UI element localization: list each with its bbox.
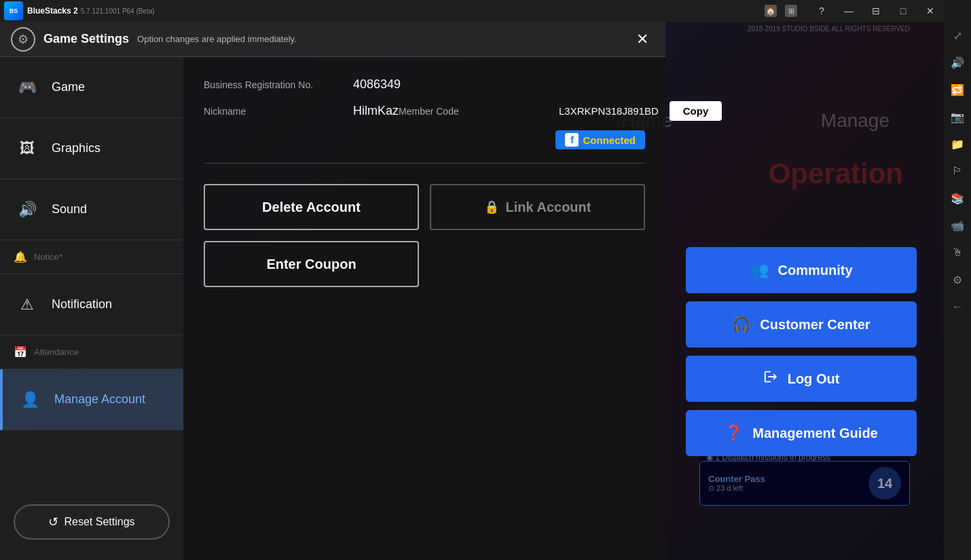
notification-icon: ⚠ xyxy=(14,291,41,318)
nav-label-graphics: Graphics xyxy=(52,141,100,155)
sidebar-rotate-icon[interactable]: 🔁 xyxy=(945,77,970,102)
app-logo: BS xyxy=(4,1,23,20)
sidebar-back-icon[interactable]: ← xyxy=(945,295,970,319)
nickname-value: HilmKaz xyxy=(353,104,399,118)
nav-label-sound: Sound xyxy=(52,202,87,217)
sidebar-stack-icon[interactable]: 📚 xyxy=(945,186,970,210)
titlebar-minimize2-icon[interactable]: ⊟ xyxy=(862,0,890,22)
sidebar-expand-icon[interactable]: ⤢ xyxy=(945,23,970,48)
enter-coupon-label: Enter Coupon xyxy=(266,257,356,272)
settings-subtitle: Option changes are applied immediately. xyxy=(137,34,297,44)
headset-icon: 🎧 xyxy=(732,316,750,333)
account-info-section: Business Registration No. 4086349 Nickna… xyxy=(204,77,645,164)
delete-account-label: Delete Account xyxy=(262,200,361,215)
nav-item-notification[interactable]: ⚠ Notification xyxy=(0,274,183,335)
nav-item-graphics[interactable]: 🖼 Graphics xyxy=(0,118,183,179)
nickname-label: Nickname xyxy=(204,106,353,117)
left-navigation: 🎮 Game 🖼 Graphics 🔊 Sound 🔔 Notice* ⚠ No… xyxy=(0,57,183,560)
sidebar-gear-icon[interactable]: ⚙ xyxy=(945,267,970,292)
enter-coupon-button[interactable]: Enter Coupon xyxy=(204,241,419,287)
nav-attendance-row: 📅 Attendance xyxy=(0,335,183,369)
link-account-label: Link Account xyxy=(506,200,591,215)
link-account-button[interactable]: 🔒 Link Account xyxy=(430,184,645,230)
community-button[interactable]: 👥 Community xyxy=(686,247,917,293)
sound-icon: 🔊 xyxy=(14,196,41,223)
settings-title: Game Settings xyxy=(43,32,129,46)
titlebar-help-icon[interactable]: ? xyxy=(808,0,835,22)
nav-label-game: Game xyxy=(52,80,85,94)
community-label: Community xyxy=(778,263,853,278)
nav-notice-label: Notice* xyxy=(34,252,62,262)
sidebar-folder-icon[interactable]: 📁 xyxy=(945,132,970,156)
game-icon: 🎮 xyxy=(14,74,41,101)
nav-label-notification: Notification xyxy=(52,297,112,312)
log-out-button[interactable]: Log Out xyxy=(686,356,917,402)
nav-item-sound[interactable]: 🔊 Sound xyxy=(0,179,183,240)
nav-label-manage-account: Manage Account xyxy=(54,392,145,407)
titlebar-minimize-icon[interactable]: — xyxy=(835,0,862,22)
member-code-value: L3XRKPN318J891BD xyxy=(559,105,659,117)
nav-item-manage-account[interactable]: 👤 Manage Account xyxy=(0,369,183,430)
community-icon: 👥 xyxy=(750,261,769,279)
reset-label: Reset Settings xyxy=(64,516,134,528)
member-code-section: Member Code L3XRKPN318J891BD Copy xyxy=(399,101,722,121)
sidebar-sound-icon[interactable]: 🔊 xyxy=(945,50,970,75)
bluestacks-right-sidebar: ⤢ 🔊 🔁 📷 📁 🏳 📚 📹 🖱 ⚙ ← xyxy=(944,0,971,560)
sidebar-camera-icon[interactable]: 📹 xyxy=(945,213,970,238)
management-guide-button[interactable]: ❓ Management Guide xyxy=(686,410,917,456)
titlebar-close-icon[interactable]: ✕ xyxy=(917,0,944,22)
facebook-icon: f xyxy=(565,133,579,147)
nav-notice-row: 🔔 Notice* xyxy=(0,240,183,274)
sidebar-screenshot-icon[interactable]: 📷 xyxy=(945,105,970,129)
graphics-icon: 🖼 xyxy=(14,135,41,162)
attendance-icon: 📅 xyxy=(14,346,27,358)
reset-icon: ↺ xyxy=(48,515,58,529)
nav-attendance-label: Attendance xyxy=(34,347,79,357)
customer-center-label: Customer Center xyxy=(760,317,870,333)
sidebar-flag-icon[interactable]: 🏳 xyxy=(945,159,970,183)
lock-icon: 🔒 xyxy=(484,200,499,214)
app-name: BlueStacks 2 xyxy=(27,6,78,16)
titlebar: BS BlueStacks 2 5.7.121.1001 P64 (Beta) … xyxy=(0,0,944,22)
facebook-status: Connected xyxy=(583,134,636,146)
customer-center-button[interactable]: 🎧 Customer Center xyxy=(686,301,917,348)
business-reg-label: Business Registration No. xyxy=(204,79,353,90)
right-action-panel: 👥 Community 🎧 Customer Center Log Out ❓ … xyxy=(686,57,917,456)
sidebar-cursor-icon[interactable]: 🖱 xyxy=(945,240,970,265)
reset-settings-button[interactable]: ↺ Reset Settings xyxy=(14,504,170,540)
question-icon: ❓ xyxy=(725,424,743,442)
settings-header: ⚙ Game Settings Option changes are appli… xyxy=(0,22,665,57)
settings-gear-icon: ⚙ xyxy=(11,27,35,52)
delete-account-button[interactable]: Delete Account xyxy=(204,184,419,230)
settings-close-button[interactable]: ✕ xyxy=(630,27,655,52)
nickname-row: Nickname HilmKaz xyxy=(204,104,399,118)
facebook-row: f Connected xyxy=(204,130,645,149)
nav-item-game[interactable]: 🎮 Game xyxy=(0,57,183,118)
manage-account-icon: 👤 xyxy=(16,386,43,413)
main-area: 2018-2019 STUDIO BSIDE ALL RIGHTS RESERV… xyxy=(0,22,944,560)
management-guide-label: Management Guide xyxy=(752,426,877,441)
app-version: 5.7.121.1001 P64 (Beta) xyxy=(81,7,765,15)
notice-bell-icon: 🔔 xyxy=(14,250,27,263)
member-code-label: Member Code xyxy=(399,106,548,117)
titlebar-multi-icon[interactable]: ⊞ xyxy=(785,5,797,17)
business-reg-row: Business Registration No. 4086349 xyxy=(204,77,645,92)
log-out-label: Log Out xyxy=(788,371,840,387)
content-panel: Business Registration No. 4086349 Nickna… xyxy=(183,57,665,560)
business-reg-value: 4086349 xyxy=(353,77,401,92)
action-buttons-grid: Delete Account 🔒 Link Account Enter Coup… xyxy=(204,184,645,287)
titlebar-home-icon[interactable]: 🏠 xyxy=(765,5,777,17)
titlebar-maximize-icon[interactable]: □ xyxy=(890,0,917,22)
logout-icon xyxy=(763,369,778,388)
facebook-connected-badge: f Connected xyxy=(555,130,645,149)
